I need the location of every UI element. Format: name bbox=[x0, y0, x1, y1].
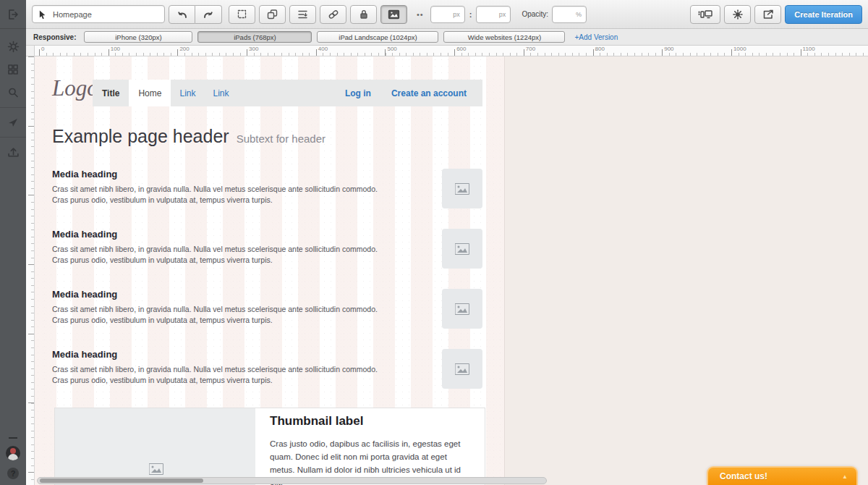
media-line-2: Cras purus odio, vestibulum in vulputata… bbox=[52, 375, 427, 386]
media-line-2: Cras purus odio, vestibulum in vulputata… bbox=[52, 315, 427, 326]
app-window: ? Homepage bbox=[0, 0, 868, 485]
undo-button[interactable] bbox=[169, 5, 195, 24]
upload-share-icon[interactable] bbox=[0, 140, 26, 164]
breakpoint-label: Wide websites (1224px) bbox=[468, 33, 541, 41]
mockup-nav-title[interactable]: Title bbox=[93, 80, 129, 106]
image-tool-button[interactable] bbox=[380, 5, 407, 24]
media-image-placeholder[interactable] bbox=[442, 169, 482, 208]
media-heading: Media heading bbox=[52, 289, 427, 300]
coord-separator: : bbox=[469, 10, 472, 19]
mockup-nav-link-1[interactable]: Link bbox=[171, 80, 204, 106]
pin-comment-icon[interactable] bbox=[0, 111, 26, 134]
help-icon[interactable]: ? bbox=[7, 468, 19, 479]
horizontal-scrollbar[interactable] bbox=[37, 477, 547, 484]
thumbnail-section[interactable]: Thumbnail label Cras justo odio, dapibus… bbox=[54, 408, 485, 485]
page-selector-label: Homepage bbox=[53, 10, 92, 19]
breakpoint-label: iPads (768px) bbox=[234, 33, 276, 41]
ruler-label: 1000 bbox=[731, 46, 801, 52]
create-iteration-label: Create Iteration bbox=[794, 10, 853, 19]
opacity-input[interactable]: % bbox=[552, 6, 587, 23]
chevron-up-icon: ▲ bbox=[842, 473, 848, 480]
mockup-media-list: Media heading Cras sit amet nibh libero,… bbox=[52, 169, 482, 409]
image-placeholder-icon bbox=[455, 183, 469, 195]
ruler-label: 900 bbox=[662, 46, 731, 52]
media-section-1[interactable]: Media heading Cras sit amet nibh libero,… bbox=[52, 169, 482, 208]
canvas[interactable]: Logo Title Home Link Link Log in Create … bbox=[35, 56, 868, 485]
settings-button[interactable] bbox=[724, 5, 751, 24]
media-section-2[interactable]: Media heading Cras sit amet nibh libero,… bbox=[52, 229, 482, 269]
search-icon[interactable] bbox=[0, 81, 26, 104]
thumbnail-image-placeholder[interactable] bbox=[55, 408, 255, 485]
duplicate-button[interactable] bbox=[259, 5, 286, 24]
mockup-login-link[interactable]: Log in bbox=[345, 80, 371, 106]
mockup-nav-link-2[interactable]: Link bbox=[204, 80, 237, 106]
ruler-label: 800 bbox=[593, 46, 663, 52]
export-button[interactable] bbox=[754, 5, 781, 24]
horizontal-scrollbar-thumb[interactable] bbox=[40, 478, 203, 483]
media-image-placeholder[interactable] bbox=[442, 229, 482, 269]
x-position-input[interactable]: px bbox=[430, 6, 465, 23]
media-line-1: Cras sit amet nibh libero, in gravida nu… bbox=[52, 184, 427, 195]
user-avatar[interactable] bbox=[6, 446, 20, 460]
media-image-placeholder[interactable] bbox=[442, 289, 482, 329]
media-heading: Media heading bbox=[52, 349, 427, 360]
sidebar-divider bbox=[0, 107, 26, 108]
mockup-page-header: Example page header Subtext for header bbox=[52, 126, 326, 147]
select-tool-icon bbox=[38, 9, 48, 20]
ruler-label: 200 bbox=[177, 46, 247, 52]
ruler-row: 010020030040050060070080090010001100 bbox=[26, 46, 868, 56]
y-unit-suffix: px bbox=[499, 11, 506, 18]
redo-button[interactable] bbox=[195, 5, 222, 24]
lock-button[interactable] bbox=[350, 5, 377, 24]
opacity-label: Opacity: bbox=[522, 10, 548, 18]
preview-devices-button[interactable] bbox=[690, 5, 720, 24]
media-line-2: Cras purus odio, vestibulum in vulputata… bbox=[52, 255, 427, 266]
add-version-link[interactable]: +Add Version bbox=[574, 33, 618, 41]
create-iteration-button[interactable]: Create Iteration bbox=[785, 5, 862, 24]
media-image-placeholder[interactable] bbox=[442, 349, 482, 389]
media-section-4[interactable]: Media heading Cras sit amet nibh libero,… bbox=[52, 349, 482, 389]
transform-tool-button[interactable] bbox=[229, 5, 255, 24]
breakpoint-iphone[interactable]: iPhone (320px) bbox=[84, 31, 192, 43]
vertical-ruler bbox=[26, 56, 35, 485]
contact-us-tab[interactable]: Contact us! ▲ bbox=[707, 466, 858, 485]
mockup-header-title[interactable]: Example page header bbox=[52, 126, 229, 147]
y-position-input[interactable]: px bbox=[476, 6, 511, 23]
breakpoint-label: iPad Landscape (1024px) bbox=[339, 33, 417, 41]
main-area: Homepage bbox=[26, 0, 868, 485]
breakpoint-ipad[interactable]: iPads (768px) bbox=[197, 31, 312, 43]
thumbnail-label: Thumbnail label bbox=[270, 414, 470, 429]
thumbnail-body: Thumbnail label Cras justo odio, dapibus… bbox=[255, 408, 485, 485]
link-button[interactable] bbox=[320, 5, 346, 24]
x-unit-suffix: px bbox=[453, 11, 460, 18]
horizontal-ruler: 010020030040050060070080090010001100 bbox=[35, 46, 868, 56]
ruler-label: 0 bbox=[39, 46, 109, 52]
components-grid-icon[interactable] bbox=[0, 58, 26, 81]
media-heading: Media heading bbox=[52, 169, 427, 180]
mockup-signup-link[interactable]: Create an account bbox=[391, 80, 467, 106]
mockup-navbar: Title Home Link Link Log in Create an ac… bbox=[93, 80, 482, 106]
mockup-nav-home[interactable]: Home bbox=[129, 80, 171, 106]
media-line-1: Cras sit amet nibh libero, in gravida nu… bbox=[52, 244, 427, 255]
distribute-order-button[interactable] bbox=[289, 5, 316, 24]
ruler-label: 600 bbox=[454, 46, 524, 52]
drag-handle-dots[interactable]: •• bbox=[417, 10, 424, 19]
ruler-label: 400 bbox=[316, 46, 386, 52]
image-placeholder-icon bbox=[455, 303, 469, 315]
responsive-bar: Responsive: iPhone (320px) iPads (768px)… bbox=[26, 29, 868, 46]
image-placeholder-icon bbox=[455, 243, 469, 255]
opacity-unit-suffix: % bbox=[576, 11, 582, 18]
image-placeholder-icon bbox=[149, 463, 163, 478]
contact-us-label: Contact us! bbox=[720, 471, 842, 481]
mockup-page[interactable]: Logo Title Home Link Link Log in Create … bbox=[35, 56, 505, 485]
media-section-3[interactable]: Media heading Cras sit amet nibh libero,… bbox=[52, 289, 482, 329]
breakpoint-ipad-landscape[interactable]: iPad Landscape (1024px) bbox=[317, 31, 438, 43]
mockup-logo[interactable]: Logo bbox=[52, 75, 98, 101]
breakpoint-wide[interactable]: Wide websites (1224px) bbox=[443, 31, 565, 43]
settings-gear-icon[interactable] bbox=[0, 35, 26, 58]
collapse-dash-icon[interactable] bbox=[9, 437, 17, 439]
page-selector[interactable]: Homepage bbox=[32, 5, 165, 23]
mockup-header-subtext[interactable]: Subtext for header bbox=[237, 132, 326, 145]
breakpoint-label: iPhone (320px) bbox=[115, 33, 161, 41]
exit-editor-icon[interactable] bbox=[0, 0, 26, 29]
